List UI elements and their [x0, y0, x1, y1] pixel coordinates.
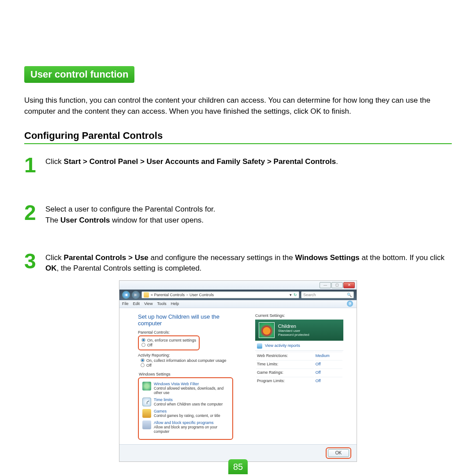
- step-body: Select a user to configure the Parental …: [45, 202, 216, 226]
- highlight-box: On, enforce current settings Off: [138, 335, 200, 350]
- search-icon: 🔍: [347, 293, 352, 297]
- step-body: Click Parental Controls > Use and config…: [45, 251, 452, 274]
- radio-icon: [141, 338, 145, 342]
- user-type: Standard user: [278, 329, 309, 333]
- radio-icon: [141, 343, 145, 347]
- nav-bar: ◄ ► « Parental Controls › User Controls …: [119, 290, 357, 300]
- embedded-screenshot: — ▢ ✕ ◄ ► « Parental Controls › User Con…: [119, 280, 357, 462]
- section-pill: User control function: [24, 66, 134, 83]
- panel-heading: Set up how Children will use the compute…: [138, 313, 245, 327]
- avatar: [259, 322, 275, 338]
- table-row: Web Restrictions:Medium: [256, 352, 342, 359]
- page-number: 85: [228, 459, 248, 474]
- close-button[interactable]: ✕: [343, 282, 355, 288]
- step-body: Click Start > Control Panel > User Accou…: [45, 155, 338, 176]
- ws-item-games[interactable]: GamesControl games by rating, content, o…: [141, 408, 230, 420]
- menu-help[interactable]: Help: [171, 301, 179, 306]
- current-settings-label: Current Settings:: [255, 313, 343, 318]
- minimize-button[interactable]: —: [320, 282, 331, 288]
- pc-group-label: Parental Controls:: [138, 330, 245, 335]
- radio-ar-on[interactable]: On, collect information about computer u…: [141, 358, 245, 363]
- chevron-down-icon[interactable]: ▾: [290, 293, 292, 297]
- ar-group-label: Activity Reporting:: [138, 353, 245, 357]
- user-pw: Password protected: [278, 333, 309, 337]
- highlight-box-ok: OK: [326, 447, 351, 459]
- view-reports-link[interactable]: View activity reports: [255, 341, 343, 351]
- ws-group-label: Windows Settings: [139, 372, 245, 376]
- table-row: Time Limits:Off: [256, 360, 342, 368]
- refresh-icon[interactable]: ↻: [294, 293, 297, 297]
- address-bar[interactable]: « Parental Controls › User Controls ▾ ↻: [141, 291, 299, 298]
- radio-icon: [141, 363, 145, 367]
- game-icon: [142, 409, 151, 418]
- menu-tools[interactable]: Tools: [157, 301, 166, 306]
- back-button[interactable]: ◄: [122, 291, 130, 299]
- ws-item-timelimits[interactable]: Time limitsControl when Children uses th…: [141, 397, 230, 408]
- step-number: 2: [24, 202, 38, 226]
- step-number: 3: [24, 251, 38, 274]
- menu-edit[interactable]: Edit: [133, 301, 140, 306]
- step-1: 1 Click Start > Control Panel > User Acc…: [24, 155, 452, 176]
- intro-paragraph: Using this function, you can control the…: [24, 95, 452, 117]
- table-row: Game Ratings:Off: [256, 368, 342, 376]
- folder-icon: [144, 292, 149, 298]
- settings-table: Web Restrictions:Medium Time Limits:Off …: [255, 351, 343, 385]
- forward-button[interactable]: ►: [132, 291, 140, 299]
- program-icon: [142, 420, 151, 429]
- subsection-title: Configuring Parental Controls: [24, 130, 452, 144]
- ok-button[interactable]: OK: [328, 449, 349, 457]
- help-icon[interactable]: ?: [347, 301, 353, 307]
- clock-icon: [142, 398, 151, 406]
- user-card: Children Standard user Password protecte…: [255, 320, 343, 341]
- window-titlebar: — ▢ ✕: [119, 281, 357, 290]
- search-input[interactable]: Search 🔍: [301, 291, 354, 298]
- maximize-button[interactable]: ▢: [331, 282, 343, 288]
- radio-pc-off[interactable]: Off: [141, 343, 196, 347]
- radio-icon: [141, 358, 145, 362]
- dialog-footer: OK: [119, 444, 357, 461]
- menu-view[interactable]: View: [144, 301, 152, 306]
- step-3: 3 Click Parental Controls > Use and conf…: [24, 251, 452, 274]
- radio-ar-off[interactable]: Off: [141, 363, 245, 368]
- globe-icon: [142, 382, 151, 390]
- ws-item-webfilter[interactable]: Windows Vista Web FilterControl allowed …: [141, 381, 230, 397]
- ws-item-programs[interactable]: Allow and block specific programsAllow a…: [141, 420, 230, 435]
- menu-file[interactable]: File: [122, 301, 129, 306]
- table-row: Program Limits:Off: [256, 377, 342, 384]
- radio-pc-on[interactable]: On, enforce current settings: [141, 338, 196, 342]
- menu-bar: File Edit View Tools Help ?: [119, 300, 357, 308]
- highlight-box-ws: Windows Vista Web FilterControl allowed …: [138, 377, 233, 440]
- user-name: Children: [278, 324, 309, 329]
- step-2: 2 Select a user to configure the Parenta…: [24, 202, 452, 226]
- step-number: 1: [24, 155, 38, 176]
